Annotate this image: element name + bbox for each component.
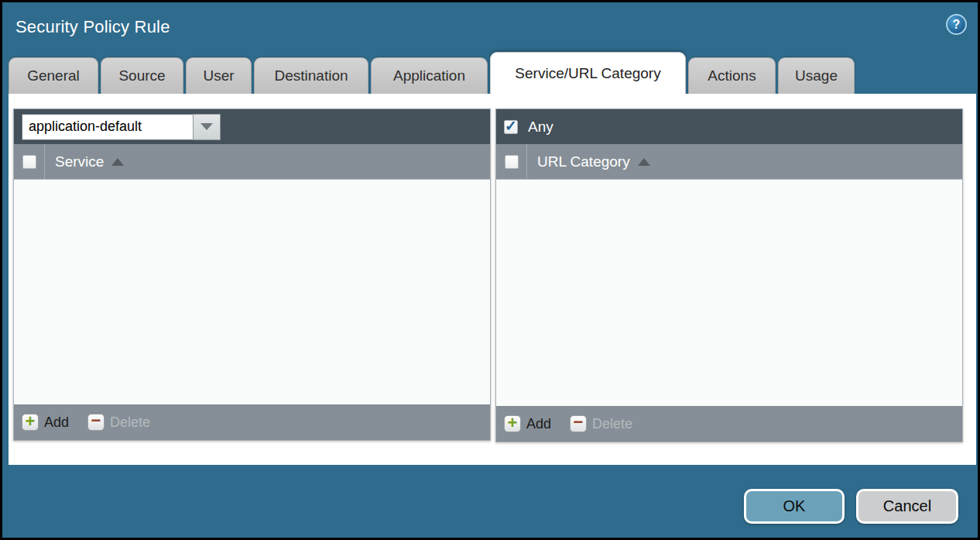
help-icon[interactable]: ? [946,14,967,35]
service-column-label: Service [55,153,104,170]
service-select-all-checkbox[interactable] [22,155,36,169]
plus-icon: + [22,414,39,431]
minus-icon: − [570,415,587,432]
tab-usage[interactable]: Usage [778,57,855,94]
service-add-button[interactable]: + Add [22,414,69,431]
service-select-all-cell [14,144,45,179]
url-category-footer: + Add − Delete [496,406,962,442]
service-delete-button[interactable]: − Delete [87,414,150,431]
chevron-down-icon [200,123,213,130]
checkmark-icon: ✓ [505,119,517,133]
url-category-panel: ✓ Any URL Category + [495,108,963,442]
sort-ascending-icon [111,158,124,166]
titlebar: Security Policy Rule ? [2,2,978,50]
tab-destination[interactable]: Destination [254,57,368,94]
any-checkbox[interactable]: ✓ [504,120,518,134]
help-icon-glyph: ? [953,18,961,32]
service-toolbar [14,109,490,144]
ok-button[interactable]: OK [744,489,845,524]
tab-user[interactable]: User [186,57,252,94]
minus-icon: − [87,414,105,431]
service-type-input[interactable] [22,114,193,140]
security-policy-rule-dialog: Security Policy Rule ? General Source Us… [0,0,980,540]
cancel-button[interactable]: Cancel [856,489,958,524]
tab-bar: General Source User Destination Applicat… [9,52,855,94]
service-type-dropdown-button[interactable] [193,114,221,140]
service-type-dropdown [22,114,221,140]
url-category-delete-button[interactable]: − Delete [570,415,632,432]
dialog-title: Security Policy Rule [15,17,170,37]
tab-actions[interactable]: Actions [688,57,776,94]
service-add-label: Add [44,414,69,431]
url-category-select-all-cell [496,144,527,179]
url-category-delete-label: Delete [592,416,632,432]
service-footer: + Add − Delete [14,404,490,440]
any-checkbox-row: ✓ Any [504,119,553,136]
sort-ascending-icon [638,158,650,166]
tab-general[interactable]: General [9,57,98,94]
tab-content-service-url-category: Service + Add − Delete [9,94,976,465]
url-category-column-header[interactable]: URL Category [527,153,650,170]
url-category-add-label: Add [526,416,551,432]
url-category-add-button[interactable]: + Add [504,415,551,432]
plus-icon: + [504,415,521,432]
service-column-header[interactable]: Service [45,153,124,170]
url-category-table-header: URL Category [496,144,962,180]
tab-source[interactable]: Source [101,57,183,94]
service-table-body[interactable] [14,180,490,404]
dialog-button-bar: OK Cancel [744,489,958,524]
any-label: Any [528,119,553,136]
tab-application[interactable]: Application [371,57,488,94]
tab-service-url-category[interactable]: Service/URL Category [490,52,686,94]
url-category-toolbar: ✓ Any [496,109,962,144]
url-category-select-all-checkbox[interactable] [505,155,519,169]
service-table-header: Service [14,144,490,180]
service-delete-label: Delete [110,414,150,431]
url-category-table-body[interactable] [496,180,962,406]
url-category-column-label: URL Category [537,153,630,170]
service-panel: Service + Add − Delete [13,108,491,441]
